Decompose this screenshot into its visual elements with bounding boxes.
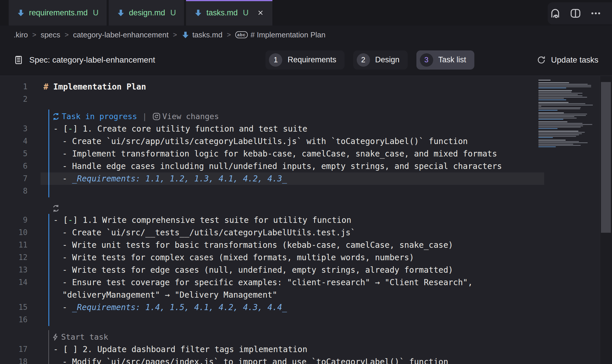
line-number: 15 <box>0 301 28 314</box>
breadcrumb-item[interactable]: category-label-enhancement <box>73 30 169 39</box>
refresh-icon <box>537 55 546 65</box>
codelens-row[interactable]: Start task <box>0 330 612 343</box>
minimap-line <box>538 121 567 122</box>
codelens-row[interactable]: Task in progress|View changes <box>0 110 612 123</box>
line-number: 14 <box>0 276 28 289</box>
scrollbar-thumb[interactable] <box>601 82 611 233</box>
code-text: # <box>43 82 48 92</box>
breadcrumb-separator: > <box>227 31 231 39</box>
spec-title-label: Spec: category-label-enhancement <box>29 55 155 65</box>
git-status-badge: U <box>170 8 176 17</box>
minimap-line <box>538 145 581 146</box>
minimap-line <box>538 134 579 135</box>
tab-filename: tasks.md <box>206 8 238 17</box>
code-line-9[interactable]: 9- [-] 1.1 Write comprehensive test suit… <box>0 214 612 226</box>
line-number: 17 <box>0 343 28 356</box>
code-line-11[interactable]: 11- Write unit tests for basic transform… <box>0 239 612 251</box>
line-number: 8 <box>0 185 28 197</box>
minimap-line <box>538 137 553 138</box>
step-label: Requirements <box>287 55 336 64</box>
code-line-15[interactable]: 15- _Requirements: 1.4, 1.5, 4.1, 4.2, 4… <box>0 301 612 314</box>
step-button-design[interactable]: 2Design <box>353 50 408 70</box>
tab-tasks.md[interactable]: tasks.mdU <box>186 0 272 26</box>
minimap-line <box>538 97 587 98</box>
kiro-ide-window: requirements.mdUdesign.mdUtasks.mdU .kir… <box>0 0 612 364</box>
symbol-string-icon: abc <box>235 31 248 38</box>
editor-actions <box>548 2 612 24</box>
code-text: Implementation Plan <box>48 82 146 92</box>
code-line-10[interactable]: 10- Create `ui/src/__tests__/utils/categ… <box>0 226 612 239</box>
code-text: - Create `ui/src/__tests__/utils/categor… <box>62 228 355 237</box>
code-line-12[interactable]: 12- Write tests for complex cases (mixed… <box>0 251 612 264</box>
more-actions-icon[interactable] <box>590 8 602 19</box>
code-text: - Handle edge cases including null/undef… <box>62 161 502 171</box>
minimap-line <box>538 142 588 143</box>
split-editor-icon[interactable] <box>570 8 581 19</box>
task-status-icon[interactable] <box>52 204 60 213</box>
line-number: 1 <box>0 81 28 93</box>
tab-design.md[interactable]: design.mdU <box>109 0 184 26</box>
tab-requirements.md[interactable]: requirements.mdU <box>9 0 107 26</box>
line-number: 9 <box>0 214 28 226</box>
code-text: ] 1. Create core utility function and te… <box>73 124 307 134</box>
code-line-3[interactable]: 3- [-] 1. Create core utility function a… <box>0 123 612 135</box>
code-text: - <box>62 303 72 312</box>
minimap-line <box>538 136 576 137</box>
code-line-1[interactable]: 1# Implementation Plan <box>0 81 612 93</box>
breadcrumb-item[interactable]: abc# Implementation Plan <box>235 30 326 39</box>
minimap-line <box>538 108 580 109</box>
close-tab-icon[interactable] <box>257 9 264 17</box>
scrollbar-track[interactable] <box>600 76 612 364</box>
code-line-16[interactable]: 16 <box>0 314 612 326</box>
editor-pane: 1# Implementation Plan2Task in progress|… <box>0 76 612 364</box>
step-number: 2 <box>357 53 370 67</box>
code-line-18[interactable]: 18- Modify `ui/src/pages/index.js` to im… <box>0 356 612 364</box>
codelens-start-task[interactable]: Start task <box>52 331 108 343</box>
code-line-7[interactable]: 7- _Requirements: 1.1, 1.2, 1.3, 4.1, 4.… <box>0 172 612 185</box>
code-line-6[interactable]: 6- Handle edge cases including null/unde… <box>0 160 612 172</box>
tab-filename: requirements.md <box>29 8 88 17</box>
minimap[interactable] <box>538 80 598 148</box>
code-text: - Ensure test coverage for specific exam… <box>62 278 478 300</box>
git-status-badge: U <box>93 8 99 17</box>
line-number: 4 <box>0 135 28 148</box>
minimap-line <box>538 107 581 108</box>
minimap-line <box>538 90 572 91</box>
minimap-line <box>538 101 598 102</box>
line-number: 5 <box>0 148 28 160</box>
minimap-line <box>538 128 558 129</box>
step-button-task-list[interactable]: 3Task list <box>416 50 474 70</box>
line-number: 6 <box>0 160 28 172</box>
minimap-line <box>538 116 574 117</box>
breadcrumb-item[interactable]: .kiro <box>14 30 28 39</box>
breadcrumb-item[interactable]: tasks.md <box>181 30 223 39</box>
code-line-14[interactable]: 14- Ensure test coverage for specific ex… <box>0 276 612 301</box>
code-line-5[interactable]: 5- Implement transformation logic for ke… <box>0 148 612 160</box>
code-text: - Modify `ui/src/pages/index.js` to impo… <box>62 357 448 364</box>
minimap-line <box>538 125 583 126</box>
update-tasks-button[interactable]: Update tasks <box>537 55 598 65</box>
minimap-line <box>538 93 582 94</box>
minimap-line <box>538 110 558 111</box>
minimap-line <box>538 92 571 92</box>
code-text: - [ ] 2. Update dashboard filter tags im… <box>53 345 307 354</box>
minimap-line <box>538 133 582 134</box>
minimap-line <box>538 119 563 120</box>
codelens-task-in-progress[interactable]: Task in progress <box>52 110 137 123</box>
minimap-line <box>538 124 592 125</box>
code-line-2[interactable]: 2 <box>0 93 612 105</box>
code-line-8[interactable]: 8 <box>0 185 612 197</box>
breadcrumb-separator: > <box>32 31 36 39</box>
step-button-requirements[interactable]: 1Requirements <box>265 50 344 70</box>
codelens-view-changes[interactable]: View changes <box>152 110 219 123</box>
kiro-icon[interactable] <box>549 8 561 19</box>
code-line-17[interactable]: 17- [ ] 2. Update dashboard filter tags … <box>0 343 612 356</box>
minimap-line <box>538 105 593 105</box>
minimap-line <box>538 106 541 107</box>
minimap-line <box>538 115 586 116</box>
breadcrumb-item[interactable]: specs <box>41 30 60 39</box>
code-line-4[interactable]: 4- Create `ui/src/app/utils/categoryLabe… <box>0 135 612 148</box>
code-line-13[interactable]: 13- Write tests for edge cases (null, un… <box>0 264 612 276</box>
codelens-row[interactable] <box>0 201 612 214</box>
spec-steps: 1Requirements2Design3Task list <box>265 50 474 70</box>
